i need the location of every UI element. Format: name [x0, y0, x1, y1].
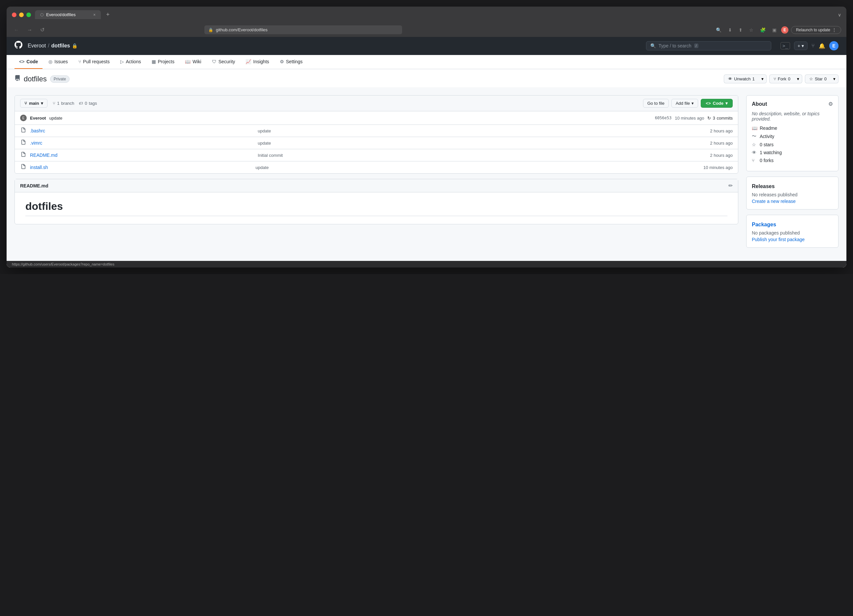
bookmark-button[interactable]: ☆: [747, 26, 756, 34]
maximize-window-button[interactable]: [26, 12, 31, 17]
tab-close-button[interactable]: ×: [93, 12, 96, 17]
profile-avatar[interactable]: E: [781, 26, 788, 33]
refresh-button[interactable]: ↺: [38, 25, 47, 34]
pull-requests-global-icon[interactable]: ⑂: [812, 43, 815, 49]
nav-item-settings[interactable]: ⚙ Settings: [275, 55, 308, 69]
forks-link[interactable]: ⑂ 0 forks: [752, 158, 833, 163]
branch-meta: ⑂ 1 branch 🏷 0 tags: [53, 101, 97, 106]
nav-item-pull-requests[interactable]: ⑂ Pull requests: [74, 55, 114, 69]
branches-link-icon: ⑂: [53, 101, 55, 106]
repo-main: ⑂ main ▾ ⑂ 1 branch: [7, 87, 846, 261]
close-window-button[interactable]: [12, 12, 17, 17]
watch-dropdown-button[interactable]: ▾: [759, 74, 766, 83]
repo-name-breadcrumb[interactable]: dotfiles: [52, 43, 70, 49]
about-settings-button[interactable]: ⚙: [828, 101, 833, 107]
add-file-dropdown-icon: ▾: [692, 101, 694, 106]
file-row: README.md Initial commit 2 hours ago: [15, 149, 738, 161]
forward-button[interactable]: →: [25, 26, 34, 34]
add-file-button[interactable]: Add file ▾: [671, 99, 698, 108]
commit-message[interactable]: update: [49, 116, 62, 121]
latest-commit-row: E Everoot update 6056e53 10 minutes ago …: [15, 111, 738, 125]
back-button[interactable]: ←: [12, 26, 21, 34]
readme-link[interactable]: 📖 Readme: [752, 126, 833, 131]
file-time-vimrc: 2 hours ago: [710, 141, 733, 145]
relaunch-button[interactable]: Relaunch to update ⋮: [791, 26, 841, 34]
browser-tab[interactable]: ⬡ Everoot/dotfiles ×: [35, 10, 101, 19]
watch-group: 👁 Unwatch 1 ▾: [724, 74, 766, 83]
star-dropdown-button[interactable]: ▾: [830, 74, 838, 83]
file-name-bashrc[interactable]: .bashrc: [30, 128, 255, 133]
stars-link[interactable]: ☆ 0 stars: [752, 142, 833, 147]
global-search[interactable]: 🔍 Type / to search /: [646, 41, 771, 50]
terminal-button[interactable]: >_: [780, 43, 790, 49]
stars-count-label: 0 stars: [760, 142, 774, 147]
github-logo[interactable]: [15, 41, 23, 51]
readme-edit-button[interactable]: ✏: [729, 183, 733, 189]
nav-item-code[interactable]: <> Code: [15, 55, 42, 69]
activity-link[interactable]: 〜 Activity: [752, 133, 833, 139]
releases-content: Releases No releases published Create a …: [752, 183, 833, 204]
file-icon-readme: [20, 152, 27, 159]
new-item-button[interactable]: + ▾: [794, 41, 807, 50]
address-field[interactable]: 🔒 github.com/Everoot/dotfiles: [204, 25, 402, 34]
watch-button[interactable]: 👁 Unwatch 1: [724, 74, 759, 83]
create-release-link[interactable]: Create a new release: [752, 199, 796, 204]
go-to-file-button[interactable]: Go to file: [643, 99, 669, 108]
commit-author-name[interactable]: Everoot: [30, 116, 46, 121]
fork-dropdown-button[interactable]: ▾: [794, 74, 802, 83]
settings-nav-icon: ⚙: [280, 59, 284, 64]
minimize-window-button[interactable]: [19, 12, 24, 17]
repo-title: dotfiles: [24, 75, 47, 83]
file-name-install[interactable]: install.sh: [30, 165, 252, 170]
watching-link[interactable]: 👁 1 watching: [752, 150, 833, 155]
terminal-icon: >_: [780, 42, 790, 49]
nav-item-security[interactable]: 🛡 Security: [207, 55, 240, 69]
commit-time: 10 minutes ago: [675, 116, 704, 121]
share-button[interactable]: ⬆: [737, 26, 745, 34]
packages-content: Packages No packages published Publish y…: [752, 222, 833, 242]
new-dropdown-icon: ▾: [801, 43, 804, 48]
nav-item-projects[interactable]: ▦ Projects: [147, 55, 179, 69]
file-name-vimrc[interactable]: .vimrc: [30, 140, 255, 145]
owner-link[interactable]: Everoot: [28, 43, 46, 49]
packages-title[interactable]: Packages: [752, 222, 833, 228]
tags-link[interactable]: 🏷 0 tags: [79, 101, 97, 106]
watching-label: 1 watching: [760, 150, 782, 155]
branches-link[interactable]: ⑂ 1 branch: [53, 101, 74, 106]
book-icon: 📖: [752, 126, 757, 131]
packages-section: Packages No packages published Publish y…: [746, 215, 838, 248]
forks-label: 0 forks: [760, 158, 774, 163]
fork-button[interactable]: ⑂ Fork 0: [769, 74, 794, 83]
file-time-bashrc: 2 hours ago: [710, 129, 733, 133]
repo-title-section: dotfiles Private 👁 Unwatch 1 ▾ ⑂: [7, 69, 846, 87]
download-button[interactable]: ⬇: [726, 26, 734, 34]
search-browser-button[interactable]: 🔍: [714, 26, 724, 34]
collapse-button[interactable]: ∨: [838, 12, 841, 17]
commit-sha[interactable]: 6056e53: [655, 116, 672, 120]
commits-history-link[interactable]: ↻ 3 commits: [707, 116, 733, 121]
notifications-button[interactable]: 🔔: [819, 43, 825, 49]
user-avatar[interactable]: E: [829, 41, 838, 50]
nav-item-insights[interactable]: 📈 Insights: [241, 55, 273, 69]
breadcrumb-separator: /: [48, 43, 49, 49]
code-icon: <>: [706, 101, 710, 106]
watch-label: Unwatch: [734, 76, 751, 81]
issues-nav-icon: ◎: [49, 59, 52, 64]
fork-label: Fork: [778, 76, 786, 81]
nav-item-actions[interactable]: ▷ Actions: [116, 55, 146, 69]
repo-action-buttons: 👁 Unwatch 1 ▾ ⑂ Fork 0 ▾: [724, 74, 838, 83]
extensions-button[interactable]: 🧩: [758, 26, 768, 34]
sidebar-toggle-button[interactable]: ▣: [770, 26, 779, 34]
file-icon-vimrc: [20, 140, 27, 146]
publish-package-link[interactable]: Publish your first package: [752, 237, 804, 242]
no-packages-text: No packages published: [752, 230, 833, 236]
branch-selector-button[interactable]: ⑂ main ▾: [20, 99, 47, 108]
insights-nav-icon: 📈: [246, 59, 251, 64]
nav-item-issues[interactable]: ◎ Issues: [44, 55, 72, 69]
star-button[interactable]: ☆ Star 0: [805, 74, 830, 83]
code-dropdown-button[interactable]: <> Code ▾: [701, 99, 733, 108]
file-name-readme[interactable]: README.md: [30, 153, 255, 158]
visibility-badge: Private: [50, 76, 70, 83]
nav-item-wiki[interactable]: 📖 Wiki: [180, 55, 206, 69]
new-tab-button[interactable]: +: [103, 10, 112, 20]
